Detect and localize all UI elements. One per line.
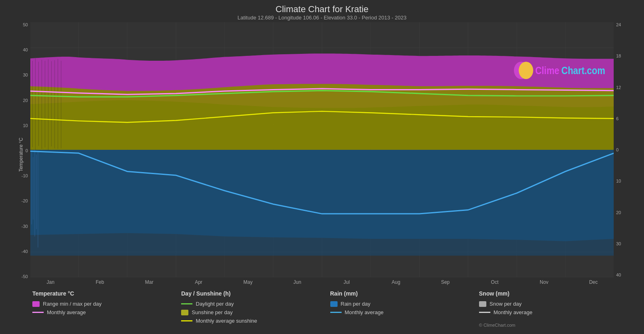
x-tick-aug: Aug	[380, 279, 412, 285]
chart-title: Climate Chart for Kratie	[8, 4, 636, 15]
chart-area-wrapper: Temperature °C 50 40 30 20 10 0 -10 -20 …	[8, 22, 636, 287]
copyright-text: © ClimeChart.com	[479, 323, 515, 328]
x-tick-mar: Mar	[133, 279, 165, 285]
page-wrapper: Climate Chart for Kratie Latitude 12.689…	[0, 0, 644, 334]
svg-rect-31	[42, 60, 42, 149]
legend-line-daylight	[181, 303, 192, 304]
svg-rect-26	[36, 155, 37, 229]
legend-item-monthly-avg-sunshine: Monthly average sunshine	[181, 318, 330, 324]
x-tick-feb: Feb	[84, 279, 116, 285]
legend-label-monthly-avg-rain: Monthly average	[345, 309, 384, 315]
x-tick-sep: Sep	[429, 279, 462, 285]
x-tick-oct: Oct	[479, 279, 511, 285]
svg-rect-28	[32, 61, 33, 147]
legend-line-monthly-avg-snow	[479, 312, 490, 313]
legend-label-monthly-avg-temp: Monthly average	[47, 309, 86, 315]
y-tick-20: 20	[23, 98, 28, 103]
x-tick-apr: Apr	[182, 279, 215, 285]
y-tick-right-18: 18	[616, 53, 621, 58]
legend-label-monthly-avg-snow: Monthly average	[494, 309, 532, 315]
y-tick-right-0: 0	[616, 147, 619, 152]
chart-main: Clime Chart.com Clime Chart.com Jan Feb	[30, 22, 614, 287]
svg-rect-25	[34, 150, 35, 236]
legend-title-snow: Snow (mm)	[479, 290, 628, 297]
legend-label-snow-per-day: Snow per day	[490, 301, 522, 307]
y-tick-right-30: 30	[616, 241, 621, 246]
legend-swatch-sunshine	[181, 310, 188, 315]
svg-text:Clime: Clime	[535, 65, 560, 77]
y-tick-10: 10	[23, 123, 28, 128]
legend-label-monthly-avg-sunshine: Monthly average sunshine	[196, 318, 257, 324]
svg-rect-36	[58, 59, 58, 149]
legend-label-rain-per-day: Rain per day	[341, 301, 371, 307]
y-axis-right: 24 18 12 6 0 10 20 30 40 Day / Sunshine …	[614, 22, 636, 287]
y-tick-30: 30	[23, 72, 28, 77]
legend-title-rain: Rain (mm)	[330, 290, 479, 297]
legend-col-snow: Snow (mm) Snow per day Monthly average ©…	[479, 290, 628, 328]
chart-svg: Clime Chart.com Clime Chart.com	[30, 22, 614, 277]
legend-col-rain: Rain (mm) Rain per day Monthly average	[330, 290, 479, 328]
svg-text:Chart.com: Chart.com	[562, 65, 605, 77]
legend-item-monthly-avg-rain: Monthly average	[330, 309, 479, 315]
y-tick-right-24: 24	[616, 22, 621, 27]
legend-col-temperature: Temperature °C Range min / max per day M…	[32, 290, 181, 328]
legend-title-sunshine: Day / Sunshine (h)	[181, 290, 330, 297]
y-axis-left-label: Temperature °C	[18, 138, 24, 172]
y-tick-right-6: 6	[616, 116, 619, 121]
svg-rect-37	[61, 61, 61, 148]
svg-point-39	[519, 62, 533, 79]
legend-item-monthly-avg-temp: Monthly average	[32, 309, 181, 315]
svg-rect-35	[55, 60, 55, 149]
legend-swatch-rain	[330, 301, 338, 307]
x-tick-may: May	[232, 279, 264, 285]
legend-line-monthly-avg-temp	[32, 312, 44, 313]
legend-line-monthly-avg-rain	[330, 312, 342, 313]
svg-rect-27	[38, 151, 38, 248]
x-tick-dec: Dec	[577, 279, 610, 285]
svg-rect-22	[30, 150, 614, 256]
chart-header: Climate Chart for Kratie Latitude 12.689…	[8, 4, 636, 21]
legend-swatch-snow	[479, 301, 486, 307]
legend-item-sunshine-per-day: Sunshine per day	[181, 309, 330, 315]
legend-label-range: Range min / max per day	[43, 301, 101, 307]
chart-subtitle: Latitude 12.689 - Longitude 106.06 - Ele…	[8, 15, 636, 21]
y-tick-right-10: 10	[616, 179, 621, 183]
y-tick-m20: -20	[21, 198, 28, 203]
y-tick-m10: -10	[21, 173, 28, 178]
legend-item-range: Range min / max per day	[32, 301, 181, 307]
legend-item-snow-per-day: Snow per day	[479, 301, 628, 307]
svg-rect-33	[48, 60, 49, 150]
svg-rect-30	[38, 62, 39, 146]
y-axis-left: Temperature °C 50 40 30 20 10 0 -10 -20 …	[8, 22, 30, 287]
svg-rect-29	[35, 58, 36, 150]
legend-item-monthly-avg-snow: Monthly average	[479, 309, 628, 315]
x-tick-nov: Nov	[528, 279, 560, 285]
svg-rect-23	[31, 152, 32, 224]
x-axis: Jan Feb Mar Apr May Jun Jul Aug Sep Oct …	[30, 277, 614, 287]
y-tick-right-12: 12	[616, 85, 621, 90]
legend-label-sunshine-per-day: Sunshine per day	[192, 309, 232, 315]
y-tick-right-20: 20	[616, 210, 621, 215]
y-tick-m40: -40	[21, 249, 28, 254]
y-tick-right-40: 40	[616, 272, 621, 277]
legend-area: Temperature °C Range min / max per day M…	[8, 287, 636, 330]
y-tick-m30: -30	[21, 224, 28, 229]
legend-col-sunshine: Day / Sunshine (h) Daylight per day Suns…	[181, 290, 330, 328]
legend-item-daylight: Daylight per day	[181, 301, 330, 307]
legend-item-rain-per-day: Rain per day	[330, 301, 479, 307]
chart-svg-container: Clime Chart.com Clime Chart.com	[30, 22, 614, 277]
y-tick-40: 40	[23, 47, 28, 52]
svg-rect-34	[51, 61, 52, 146]
y-tick-0: 0	[25, 148, 28, 153]
x-tick-jul: Jul	[330, 279, 363, 285]
legend-line-monthly-avg-sunshine	[181, 320, 192, 321]
legend-title-temperature: Temperature °C	[32, 290, 181, 297]
legend-swatch-range	[32, 301, 40, 307]
svg-rect-24	[33, 157, 34, 220]
copyright-bottom: © ClimeChart.com	[479, 321, 628, 328]
y-tick-50: 50	[23, 22, 28, 27]
x-tick-jun: Jun	[281, 279, 313, 285]
y-tick-m50: -50	[21, 274, 28, 279]
x-tick-jan: Jan	[34, 279, 67, 285]
legend-label-daylight: Daylight per day	[196, 301, 234, 307]
